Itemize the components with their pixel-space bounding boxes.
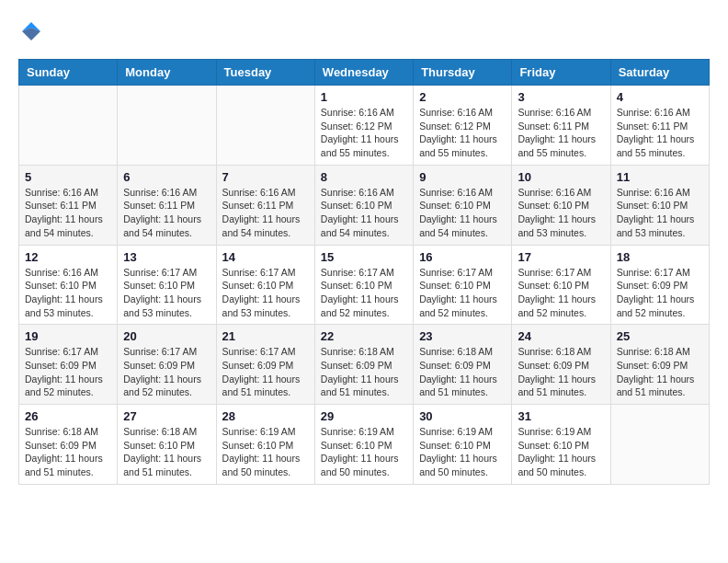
day-info: Sunrise: 6:17 AMSunset: 6:09 PMDaylight:… bbox=[617, 266, 703, 320]
day-info: Sunrise: 6:17 AMSunset: 6:09 PMDaylight:… bbox=[25, 345, 111, 399]
day-info: Sunrise: 6:18 AMSunset: 6:09 PMDaylight:… bbox=[25, 425, 111, 479]
calendar-cell: 10Sunrise: 6:16 AMSunset: 6:10 PMDayligh… bbox=[512, 165, 610, 245]
calendar-cell bbox=[19, 86, 118, 166]
day-info: Sunrise: 6:17 AMSunset: 6:09 PMDaylight:… bbox=[123, 345, 210, 399]
day-info: Sunrise: 6:19 AMSunset: 6:10 PMDaylight:… bbox=[518, 425, 604, 479]
calendar-cell: 22Sunrise: 6:18 AMSunset: 6:09 PMDayligh… bbox=[314, 325, 413, 405]
day-number: 28 bbox=[222, 409, 309, 423]
day-info: Sunrise: 6:17 AMSunset: 6:10 PMDaylight:… bbox=[123, 266, 210, 320]
day-number: 31 bbox=[518, 409, 604, 423]
weekday-header: Sunday bbox=[19, 60, 118, 86]
weekday-header: Wednesday bbox=[314, 60, 413, 86]
logo bbox=[18, 18, 48, 44]
day-number: 27 bbox=[123, 409, 210, 423]
calendar-cell: 14Sunrise: 6:17 AMSunset: 6:10 PMDayligh… bbox=[216, 245, 314, 325]
calendar-cell: 9Sunrise: 6:16 AMSunset: 6:10 PMDaylight… bbox=[414, 165, 512, 245]
day-info: Sunrise: 6:18 AMSunset: 6:09 PMDaylight:… bbox=[321, 345, 407, 399]
day-number: 16 bbox=[419, 250, 506, 264]
weekday-header: Friday bbox=[512, 60, 610, 86]
day-number: 4 bbox=[617, 90, 703, 104]
weekday-header: Monday bbox=[118, 60, 216, 86]
calendar-cell: 1Sunrise: 6:16 AMSunset: 6:12 PMDaylight… bbox=[314, 86, 413, 166]
calendar-cell: 30Sunrise: 6:19 AMSunset: 6:10 PMDayligh… bbox=[414, 405, 512, 485]
day-number: 20 bbox=[123, 329, 210, 343]
day-number: 9 bbox=[419, 170, 506, 184]
day-number: 1 bbox=[321, 90, 407, 104]
calendar-cell: 31Sunrise: 6:19 AMSunset: 6:10 PMDayligh… bbox=[512, 405, 610, 485]
day-number: 10 bbox=[518, 170, 604, 184]
calendar-cell: 23Sunrise: 6:18 AMSunset: 6:09 PMDayligh… bbox=[414, 325, 512, 405]
day-info: Sunrise: 6:17 AMSunset: 6:10 PMDaylight:… bbox=[518, 266, 604, 320]
weekday-header: Tuesday bbox=[216, 60, 314, 86]
day-number: 13 bbox=[123, 250, 210, 264]
day-info: Sunrise: 6:16 AMSunset: 6:10 PMDaylight:… bbox=[617, 186, 703, 240]
day-number: 25 bbox=[617, 329, 703, 343]
day-info: Sunrise: 6:16 AMSunset: 6:10 PMDaylight:… bbox=[321, 186, 407, 240]
weekday-header-row: SundayMondayTuesdayWednesdayThursdayFrid… bbox=[19, 60, 710, 86]
calendar-cell: 3Sunrise: 6:16 AMSunset: 6:11 PMDaylight… bbox=[512, 86, 610, 166]
calendar-cell: 15Sunrise: 6:17 AMSunset: 6:10 PMDayligh… bbox=[314, 245, 413, 325]
calendar-cell bbox=[118, 86, 216, 166]
day-number: 6 bbox=[123, 170, 210, 184]
calendar-week-row: 1Sunrise: 6:16 AMSunset: 6:12 PMDaylight… bbox=[19, 86, 710, 166]
day-info: Sunrise: 6:19 AMSunset: 6:10 PMDaylight:… bbox=[419, 425, 506, 479]
day-info: Sunrise: 6:16 AMSunset: 6:10 PMDaylight:… bbox=[419, 186, 506, 240]
day-number: 21 bbox=[222, 329, 309, 343]
day-info: Sunrise: 6:16 AMSunset: 6:11 PMDaylight:… bbox=[25, 186, 111, 240]
day-number: 5 bbox=[25, 170, 111, 184]
calendar-cell: 5Sunrise: 6:16 AMSunset: 6:11 PMDaylight… bbox=[19, 165, 118, 245]
day-number: 2 bbox=[419, 90, 506, 104]
day-number: 15 bbox=[321, 250, 407, 264]
day-number: 30 bbox=[419, 409, 506, 423]
calendar-week-row: 19Sunrise: 6:17 AMSunset: 6:09 PMDayligh… bbox=[19, 325, 710, 405]
calendar-cell: 2Sunrise: 6:16 AMSunset: 6:12 PMDaylight… bbox=[414, 86, 512, 166]
day-info: Sunrise: 6:18 AMSunset: 6:10 PMDaylight:… bbox=[123, 425, 210, 479]
day-number: 22 bbox=[321, 329, 407, 343]
calendar-cell: 4Sunrise: 6:16 AMSunset: 6:11 PMDaylight… bbox=[610, 86, 709, 166]
day-number: 18 bbox=[617, 250, 703, 264]
calendar-cell: 7Sunrise: 6:16 AMSunset: 6:11 PMDaylight… bbox=[216, 165, 314, 245]
page-header bbox=[18, 18, 710, 44]
calendar-week-row: 5Sunrise: 6:16 AMSunset: 6:11 PMDaylight… bbox=[19, 165, 710, 245]
calendar-cell: 17Sunrise: 6:17 AMSunset: 6:10 PMDayligh… bbox=[512, 245, 610, 325]
calendar-cell: 11Sunrise: 6:16 AMSunset: 6:10 PMDayligh… bbox=[610, 165, 709, 245]
day-info: Sunrise: 6:17 AMSunset: 6:09 PMDaylight:… bbox=[222, 345, 309, 399]
calendar-cell bbox=[610, 405, 709, 485]
calendar-cell: 16Sunrise: 6:17 AMSunset: 6:10 PMDayligh… bbox=[414, 245, 512, 325]
calendar-cell: 18Sunrise: 6:17 AMSunset: 6:09 PMDayligh… bbox=[610, 245, 709, 325]
logo-icon bbox=[18, 18, 44, 44]
calendar-cell: 20Sunrise: 6:17 AMSunset: 6:09 PMDayligh… bbox=[118, 325, 216, 405]
day-number: 12 bbox=[25, 250, 111, 264]
day-info: Sunrise: 6:16 AMSunset: 6:10 PMDaylight:… bbox=[518, 186, 604, 240]
day-info: Sunrise: 6:19 AMSunset: 6:10 PMDaylight:… bbox=[222, 425, 309, 479]
day-info: Sunrise: 6:16 AMSunset: 6:12 PMDaylight:… bbox=[321, 106, 407, 160]
day-info: Sunrise: 6:17 AMSunset: 6:10 PMDaylight:… bbox=[419, 266, 506, 320]
day-info: Sunrise: 6:18 AMSunset: 6:09 PMDaylight:… bbox=[419, 345, 506, 399]
calendar-cell: 6Sunrise: 6:16 AMSunset: 6:11 PMDaylight… bbox=[118, 165, 216, 245]
calendar-cell: 25Sunrise: 6:18 AMSunset: 6:09 PMDayligh… bbox=[610, 325, 709, 405]
calendar-cell: 27Sunrise: 6:18 AMSunset: 6:10 PMDayligh… bbox=[118, 405, 216, 485]
calendar-cell: 21Sunrise: 6:17 AMSunset: 6:09 PMDayligh… bbox=[216, 325, 314, 405]
day-number: 8 bbox=[321, 170, 407, 184]
day-number: 17 bbox=[518, 250, 604, 264]
calendar-cell: 19Sunrise: 6:17 AMSunset: 6:09 PMDayligh… bbox=[19, 325, 118, 405]
calendar-cell: 13Sunrise: 6:17 AMSunset: 6:10 PMDayligh… bbox=[118, 245, 216, 325]
day-number: 24 bbox=[518, 329, 604, 343]
calendar-cell bbox=[216, 86, 314, 166]
day-info: Sunrise: 6:16 AMSunset: 6:11 PMDaylight:… bbox=[222, 186, 309, 240]
day-info: Sunrise: 6:17 AMSunset: 6:10 PMDaylight:… bbox=[321, 266, 407, 320]
calendar-cell: 29Sunrise: 6:19 AMSunset: 6:10 PMDayligh… bbox=[314, 405, 413, 485]
day-info: Sunrise: 6:16 AMSunset: 6:11 PMDaylight:… bbox=[123, 186, 210, 240]
calendar-week-row: 12Sunrise: 6:16 AMSunset: 6:10 PMDayligh… bbox=[19, 245, 710, 325]
day-number: 26 bbox=[25, 409, 111, 423]
calendar-cell: 26Sunrise: 6:18 AMSunset: 6:09 PMDayligh… bbox=[19, 405, 118, 485]
weekday-header: Thursday bbox=[414, 60, 512, 86]
day-info: Sunrise: 6:16 AMSunset: 6:11 PMDaylight:… bbox=[518, 106, 604, 160]
day-info: Sunrise: 6:16 AMSunset: 6:11 PMDaylight:… bbox=[617, 106, 703, 160]
calendar-cell: 28Sunrise: 6:19 AMSunset: 6:10 PMDayligh… bbox=[216, 405, 314, 485]
day-number: 23 bbox=[419, 329, 506, 343]
day-number: 29 bbox=[321, 409, 407, 423]
day-info: Sunrise: 6:18 AMSunset: 6:09 PMDaylight:… bbox=[518, 345, 604, 399]
day-info: Sunrise: 6:16 AMSunset: 6:12 PMDaylight:… bbox=[419, 106, 506, 160]
day-info: Sunrise: 6:19 AMSunset: 6:10 PMDaylight:… bbox=[321, 425, 407, 479]
